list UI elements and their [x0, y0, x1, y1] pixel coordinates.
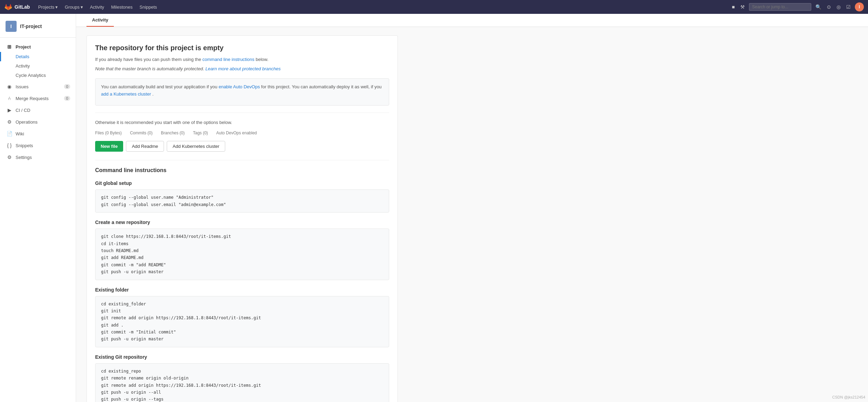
main-tabs: Activity	[76, 14, 868, 27]
sidebar-project-header: I IT-project	[0, 18, 76, 38]
nav-wrench-icon[interactable]: ⚒	[739, 3, 746, 11]
todo-icon[interactable]: ☑	[845, 3, 852, 11]
code-section-1: Create a new repositorygit clone https:/…	[95, 220, 389, 280]
sidebar-item-wiki[interactable]: 📄 Wiki	[0, 128, 76, 139]
stats-row: Files (0 Bytes) Commits (0) Branches (0)…	[95, 131, 389, 135]
project-name[interactable]: IT-project	[20, 24, 42, 29]
sidebar-wiki-section: 📄 Wiki	[0, 128, 76, 139]
sidebar-settings-section: ⚙ Settings	[0, 152, 76, 162]
merge-request-icon[interactable]: ⊙	[825, 3, 832, 11]
main-nav: Projects ▾ Groups ▾ Activity Milestones …	[35, 3, 730, 11]
sidebar-project-section: ⊞ Project Details Activity Cycle Analyti…	[0, 41, 76, 80]
issues-icon[interactable]: ◎	[835, 3, 842, 11]
sidebar-item-settings[interactable]: ⚙ Settings	[0, 152, 76, 162]
stat-auto-devops: Auto DevOps enabled	[216, 131, 257, 135]
issues-badge: 0	[64, 84, 70, 89]
page-heading: The repository for this project is empty	[95, 44, 389, 52]
code-block-3[interactable]: cd existing_repo git remote rename origi…	[95, 363, 389, 402]
user-avatar[interactable]: I	[855, 2, 864, 11]
watermark: CSDN @jks212454	[832, 395, 865, 399]
stat-tags: Tags (0)	[193, 131, 208, 135]
sidebar-cicd-section: ▶ CI / CD	[0, 105, 76, 115]
main-content: Activity The repository for this project…	[76, 14, 868, 402]
page-layout: I IT-project ⊞ Project Details Activity …	[0, 14, 868, 402]
add-readme-button[interactable]: Add Readme	[126, 141, 164, 152]
nav-right: ■ ⚒ 🔍 ⊙ ◎ ☑ I	[731, 2, 864, 11]
divider-1	[95, 113, 389, 113]
nav-activity[interactable]: Activity	[87, 3, 107, 11]
search-icon[interactable]: 🔍	[814, 3, 823, 11]
nav-snippets[interactable]: Snippets	[137, 3, 160, 11]
divider-2	[95, 160, 389, 160]
sidebar-item-cicd[interactable]: ▶ CI / CD	[0, 105, 76, 115]
sidebar-item-project[interactable]: ⊞ Project	[0, 41, 76, 52]
add-k8s-link[interactable]: add a Kubernetes cluster	[101, 91, 151, 97]
sidebar-snippets-section: { } Snippets	[0, 140, 76, 151]
protected-branches-link[interactable]: Learn more about protected branches	[205, 66, 281, 71]
settings-icon: ⚙	[7, 154, 12, 160]
auto-devops-link[interactable]: enable Auto DevOps	[219, 84, 260, 89]
stat-commits: Commits (0)	[130, 131, 153, 135]
sidebar-item-details[interactable]: Details	[0, 52, 76, 61]
sidebar: I IT-project ⊞ Project Details Activity …	[0, 14, 76, 402]
code-block-1[interactable]: git clone https://192.168.1.8:8443/root/…	[95, 229, 389, 280]
new-file-button[interactable]: New file	[95, 141, 123, 152]
nav-groups[interactable]: Groups ▾	[62, 3, 86, 11]
issues-icon: ◉	[7, 84, 12, 89]
merge-request-icon: ⑃	[7, 96, 12, 101]
code-section-title-0: Git global setup	[95, 180, 389, 186]
code-section-title-1: Create a new repository	[95, 220, 389, 225]
sidebar-item-snippets[interactable]: { } Snippets	[0, 140, 76, 151]
brand-logo[interactable]: GitLab	[4, 3, 30, 11]
search-input[interactable]	[749, 3, 811, 11]
protected-branch-note: Note that the master branch is automatic…	[95, 66, 389, 71]
action-buttons: New file Add Readme Add Kubernetes clust…	[95, 141, 389, 152]
operations-icon: ⚙	[7, 119, 12, 125]
chevron-down-icon: ▾	[81, 5, 83, 10]
sidebar-item-operations[interactable]: ⚙ Operations	[0, 117, 76, 127]
stat-branches: Branches (0)	[161, 131, 185, 135]
stat-files: Files (0 Bytes)	[95, 131, 122, 135]
sidebar-item-issues[interactable]: ◉ Issues 0	[0, 81, 76, 92]
nav-chart-icon[interactable]: ■	[731, 3, 736, 11]
auto-devops-text: You can automatically build and test you…	[101, 83, 383, 98]
code-section-title-2: Existing folder	[95, 287, 389, 293]
project-avatar: I	[6, 21, 17, 32]
add-kubernetes-button[interactable]: Add Kubernetes cluster	[167, 141, 225, 152]
code-section-2: Existing foldercd existing_folder git in…	[95, 287, 389, 347]
code-block-0[interactable]: git config --global user.name "Administr…	[95, 189, 389, 213]
project-icon: ⊞	[7, 44, 12, 50]
chevron-down-icon: ▾	[55, 5, 58, 10]
cicd-icon: ▶	[7, 107, 12, 113]
push-instructions-text: If you already have files you can push t…	[95, 56, 389, 63]
content-card: The repository for this project is empty…	[86, 35, 398, 402]
code-section-title-3: Existing Git repository	[95, 354, 389, 360]
sidebar-mr-section: ⑃ Merge Requests 0	[0, 93, 76, 104]
code-section-3: Existing Git repositorycd existing_repo …	[95, 354, 389, 402]
sidebar-item-merge-requests[interactable]: ⑃ Merge Requests 0	[0, 93, 76, 104]
auto-devops-section: You can automatically build and test you…	[95, 78, 389, 106]
command-line-title: Command line instructions	[95, 167, 389, 173]
nav-milestones[interactable]: Milestones	[108, 3, 135, 11]
snippets-icon: { }	[7, 143, 12, 148]
gitlab-logo-icon	[4, 3, 12, 11]
options-text: Otherwise it is recommended you start wi…	[95, 120, 389, 125]
mr-badge: 0	[64, 96, 70, 101]
sidebar-ops-section: ⚙ Operations	[0, 117, 76, 127]
code-block-2[interactable]: cd existing_folder git init git remote a…	[95, 296, 389, 347]
code-sections: Git global setupgit config --global user…	[95, 180, 389, 402]
navbar: GitLab Projects ▾ Groups ▾ Activity Mile…	[0, 0, 868, 14]
command-line-link[interactable]: command line instructions	[202, 57, 254, 62]
tab-activity[interactable]: Activity	[86, 14, 114, 27]
code-section-0: Git global setupgit config --global user…	[95, 180, 389, 213]
sidebar-issues-section: ◉ Issues 0	[0, 81, 76, 92]
sidebar-item-cycle-analytics[interactable]: Cycle Analytics	[0, 71, 76, 80]
nav-projects[interactable]: Projects ▾	[35, 3, 61, 11]
sidebar-item-activity[interactable]: Activity	[0, 61, 76, 71]
wiki-icon: 📄	[7, 131, 12, 136]
brand-label: GitLab	[15, 4, 30, 10]
